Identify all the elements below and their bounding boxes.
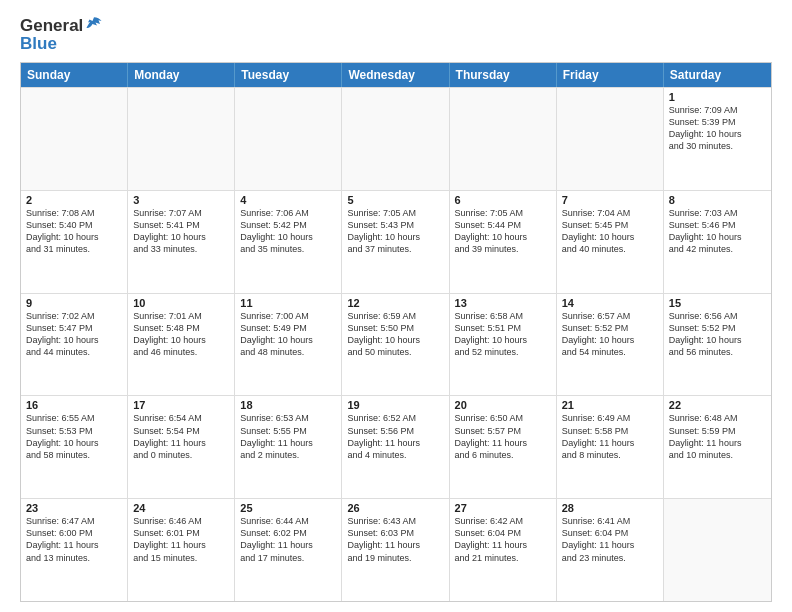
calendar-body: 1Sunrise: 7:09 AM Sunset: 5:39 PM Daylig… [21,87,771,601]
table-row: 9Sunrise: 7:02 AM Sunset: 5:47 PM Daylig… [21,294,128,396]
day-number: 9 [26,297,122,309]
day-number: 24 [133,502,229,514]
logo-bird-icon [85,15,103,33]
table-row: 8Sunrise: 7:03 AM Sunset: 5:46 PM Daylig… [664,191,771,293]
day-number: 1 [669,91,766,103]
day-info: Sunrise: 6:50 AM Sunset: 5:57 PM Dayligh… [455,412,551,461]
table-row: 20Sunrise: 6:50 AM Sunset: 5:57 PM Dayli… [450,396,557,498]
table-row: 15Sunrise: 6:56 AM Sunset: 5:52 PM Dayli… [664,294,771,396]
table-row: 7Sunrise: 7:04 AM Sunset: 5:45 PM Daylig… [557,191,664,293]
table-row: 13Sunrise: 6:58 AM Sunset: 5:51 PM Dayli… [450,294,557,396]
cal-header-monday: Monday [128,63,235,87]
page: General Blue SundayMondayTuesdayWednesda… [0,0,792,612]
table-row [342,88,449,190]
header: General Blue [20,16,772,54]
cal-header-tuesday: Tuesday [235,63,342,87]
day-info: Sunrise: 7:05 AM Sunset: 5:44 PM Dayligh… [455,207,551,256]
calendar-header-row: SundayMondayTuesdayWednesdayThursdayFrid… [21,63,771,87]
day-info: Sunrise: 6:47 AM Sunset: 6:00 PM Dayligh… [26,515,122,564]
day-number: 7 [562,194,658,206]
day-info: Sunrise: 6:43 AM Sunset: 6:03 PM Dayligh… [347,515,443,564]
table-row: 19Sunrise: 6:52 AM Sunset: 5:56 PM Dayli… [342,396,449,498]
day-number: 15 [669,297,766,309]
table-row: 18Sunrise: 6:53 AM Sunset: 5:55 PM Dayli… [235,396,342,498]
table-row: 14Sunrise: 6:57 AM Sunset: 5:52 PM Dayli… [557,294,664,396]
day-info: Sunrise: 7:08 AM Sunset: 5:40 PM Dayligh… [26,207,122,256]
day-number: 23 [26,502,122,514]
table-row [128,88,235,190]
day-info: Sunrise: 6:55 AM Sunset: 5:53 PM Dayligh… [26,412,122,461]
day-number: 25 [240,502,336,514]
day-info: Sunrise: 6:42 AM Sunset: 6:04 PM Dayligh… [455,515,551,564]
table-row [557,88,664,190]
table-row: 22Sunrise: 6:48 AM Sunset: 5:59 PM Dayli… [664,396,771,498]
day-info: Sunrise: 7:01 AM Sunset: 5:48 PM Dayligh… [133,310,229,359]
day-number: 20 [455,399,551,411]
logo-general-text: General [20,16,83,36]
day-number: 3 [133,194,229,206]
day-info: Sunrise: 7:09 AM Sunset: 5:39 PM Dayligh… [669,104,766,153]
day-number: 12 [347,297,443,309]
day-info: Sunrise: 7:00 AM Sunset: 5:49 PM Dayligh… [240,310,336,359]
day-info: Sunrise: 7:03 AM Sunset: 5:46 PM Dayligh… [669,207,766,256]
day-info: Sunrise: 6:57 AM Sunset: 5:52 PM Dayligh… [562,310,658,359]
day-info: Sunrise: 7:06 AM Sunset: 5:42 PM Dayligh… [240,207,336,256]
cal-row-4: 23Sunrise: 6:47 AM Sunset: 6:00 PM Dayli… [21,498,771,601]
table-row: 23Sunrise: 6:47 AM Sunset: 6:00 PM Dayli… [21,499,128,601]
day-info: Sunrise: 7:02 AM Sunset: 5:47 PM Dayligh… [26,310,122,359]
table-row: 27Sunrise: 6:42 AM Sunset: 6:04 PM Dayli… [450,499,557,601]
table-row: 11Sunrise: 7:00 AM Sunset: 5:49 PM Dayli… [235,294,342,396]
cal-row-2: 9Sunrise: 7:02 AM Sunset: 5:47 PM Daylig… [21,293,771,396]
day-info: Sunrise: 7:04 AM Sunset: 5:45 PM Dayligh… [562,207,658,256]
day-info: Sunrise: 6:41 AM Sunset: 6:04 PM Dayligh… [562,515,658,564]
cal-header-sunday: Sunday [21,63,128,87]
day-info: Sunrise: 7:05 AM Sunset: 5:43 PM Dayligh… [347,207,443,256]
day-info: Sunrise: 6:58 AM Sunset: 5:51 PM Dayligh… [455,310,551,359]
table-row: 10Sunrise: 7:01 AM Sunset: 5:48 PM Dayli… [128,294,235,396]
day-info: Sunrise: 6:59 AM Sunset: 5:50 PM Dayligh… [347,310,443,359]
day-number: 26 [347,502,443,514]
day-number: 6 [455,194,551,206]
logo-blue-text: Blue [20,34,57,54]
table-row [235,88,342,190]
day-info: Sunrise: 6:48 AM Sunset: 5:59 PM Dayligh… [669,412,766,461]
day-info: Sunrise: 6:49 AM Sunset: 5:58 PM Dayligh… [562,412,658,461]
table-row: 4Sunrise: 7:06 AM Sunset: 5:42 PM Daylig… [235,191,342,293]
day-info: Sunrise: 6:52 AM Sunset: 5:56 PM Dayligh… [347,412,443,461]
cal-row-1: 2Sunrise: 7:08 AM Sunset: 5:40 PM Daylig… [21,190,771,293]
day-number: 22 [669,399,766,411]
cal-row-0: 1Sunrise: 7:09 AM Sunset: 5:39 PM Daylig… [21,87,771,190]
table-row: 24Sunrise: 6:46 AM Sunset: 6:01 PM Dayli… [128,499,235,601]
day-number: 4 [240,194,336,206]
table-row: 6Sunrise: 7:05 AM Sunset: 5:44 PM Daylig… [450,191,557,293]
day-info: Sunrise: 6:53 AM Sunset: 5:55 PM Dayligh… [240,412,336,461]
day-number: 13 [455,297,551,309]
day-number: 14 [562,297,658,309]
table-row: 26Sunrise: 6:43 AM Sunset: 6:03 PM Dayli… [342,499,449,601]
calendar: SundayMondayTuesdayWednesdayThursdayFrid… [20,62,772,602]
day-number: 19 [347,399,443,411]
day-number: 16 [26,399,122,411]
cal-header-friday: Friday [557,63,664,87]
cal-header-wednesday: Wednesday [342,63,449,87]
cal-header-thursday: Thursday [450,63,557,87]
table-row [664,499,771,601]
table-row: 17Sunrise: 6:54 AM Sunset: 5:54 PM Dayli… [128,396,235,498]
day-info: Sunrise: 6:46 AM Sunset: 6:01 PM Dayligh… [133,515,229,564]
table-row: 25Sunrise: 6:44 AM Sunset: 6:02 PM Dayli… [235,499,342,601]
logo-area: General Blue [20,16,103,54]
table-row: 21Sunrise: 6:49 AM Sunset: 5:58 PM Dayli… [557,396,664,498]
table-row [450,88,557,190]
day-number: 17 [133,399,229,411]
day-number: 5 [347,194,443,206]
day-info: Sunrise: 6:56 AM Sunset: 5:52 PM Dayligh… [669,310,766,359]
table-row: 12Sunrise: 6:59 AM Sunset: 5:50 PM Dayli… [342,294,449,396]
day-number: 27 [455,502,551,514]
cal-header-saturday: Saturday [664,63,771,87]
table-row: 2Sunrise: 7:08 AM Sunset: 5:40 PM Daylig… [21,191,128,293]
table-row [21,88,128,190]
cal-row-3: 16Sunrise: 6:55 AM Sunset: 5:53 PM Dayli… [21,395,771,498]
day-number: 21 [562,399,658,411]
day-info: Sunrise: 6:44 AM Sunset: 6:02 PM Dayligh… [240,515,336,564]
day-number: 28 [562,502,658,514]
